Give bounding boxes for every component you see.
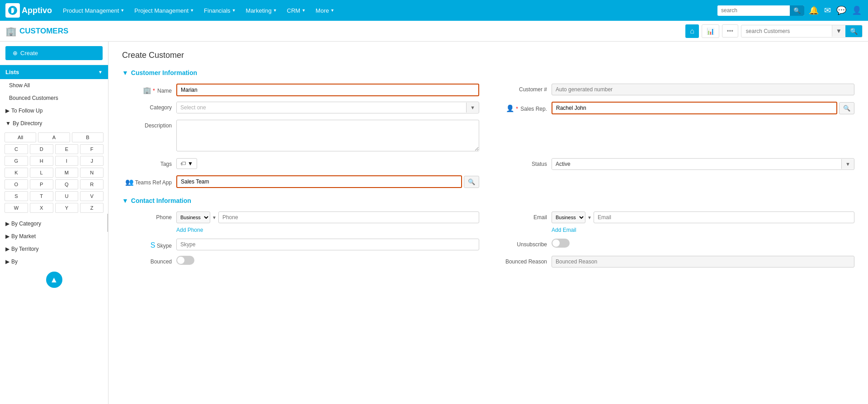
bounced-reason-input[interactable] (552, 256, 854, 268)
sales-rep-search-button[interactable]: 🔍 (839, 102, 854, 114)
sidebar-group-by[interactable]: ▶ By (0, 255, 108, 268)
phone-field: Business Home Mobile ▼ (176, 211, 479, 223)
teams-ref-input[interactable] (176, 175, 462, 188)
dir-btn-all[interactable]: All (5, 132, 36, 142)
description-textarea[interactable] (176, 120, 479, 151)
sidebar-item-bounced[interactable]: Bounced Customers (0, 92, 108, 104)
nav-financials[interactable]: Financials ▼ (200, 7, 239, 14)
mail-icon[interactable]: ✉ (823, 5, 832, 16)
phone-input[interactable] (218, 211, 479, 223)
sidebar-group-by-market[interactable]: ▶ By Market (0, 230, 108, 243)
dir-btn-k[interactable]: K (5, 168, 28, 178)
dir-btn-s[interactable]: S (5, 191, 28, 201)
name-input[interactable] (176, 84, 479, 96)
customer-search-input[interactable] (741, 26, 832, 37)
sidebar-item-show-all[interactable]: Show All (0, 79, 108, 92)
dir-btn-t[interactable]: T (30, 191, 53, 201)
nav-product-management[interactable]: Product Management ▼ (59, 7, 128, 14)
bounced-toggle[interactable] (176, 256, 194, 265)
logo-text: Apptivo (22, 6, 52, 15)
skype-input[interactable] (176, 239, 479, 250)
dir-btn-m[interactable]: M (55, 168, 79, 178)
customer-search-button[interactable]: 🔍 (845, 25, 862, 37)
dir-btn-w[interactable]: W (5, 203, 28, 213)
scroll-top-button[interactable]: ▲ (46, 272, 62, 288)
dir-btn-d[interactable]: D (30, 144, 53, 154)
dir-btn-j[interactable]: J (80, 156, 104, 166)
email-type-select[interactable]: Business Personal (552, 211, 585, 223)
dir-btn-e[interactable]: E (55, 144, 79, 154)
category-dropdown-arrow[interactable]: ▼ (466, 103, 479, 113)
dir-btn-r[interactable]: R (80, 179, 104, 189)
email-input[interactable] (594, 211, 854, 223)
contact-info-header[interactable]: ▼ Contact Information (122, 197, 854, 204)
phone-type-select[interactable]: Business Home Mobile (176, 211, 210, 223)
dir-btn-h[interactable]: H (30, 156, 53, 166)
nav-crm[interactable]: CRM ▼ (283, 7, 310, 14)
status-label: Status (497, 158, 547, 167)
sidebar-group-to-follow-up[interactable]: ▶ To Follow Up (0, 104, 108, 117)
by-arrow-icon: ▶ (5, 258, 9, 265)
dir-btn-v[interactable]: V (80, 191, 104, 201)
sidebar-group-by-directory[interactable]: ▼ By Directory (0, 117, 108, 130)
dir-btn-p[interactable]: P (30, 179, 53, 189)
add-email-link[interactable]: Add Email (552, 227, 576, 233)
chat-icon[interactable]: 💬 (835, 5, 847, 16)
category-select-wrap: Select one ▼ (176, 102, 479, 113)
directory-grid: All A B C D E F G H I J K L M N (0, 130, 108, 217)
by-directory-arrow-icon: ▼ (5, 120, 11, 127)
create-button[interactable]: ⊕ Create (5, 46, 103, 60)
notification-icon[interactable]: 🔔 (808, 5, 820, 16)
nav-project-management[interactable]: Project Management ▼ (131, 7, 198, 14)
add-email-wrap: Add Email (497, 225, 854, 233)
more-options-button[interactable]: ••• (722, 24, 738, 38)
user-avatar[interactable]: 👤 (851, 5, 863, 16)
dir-btn-z[interactable]: Z (80, 203, 104, 213)
dir-btn-f[interactable]: F (80, 144, 104, 154)
category-select[interactable]: Select one (177, 102, 466, 113)
teams-ref-search-button[interactable]: 🔍 (464, 176, 479, 188)
sidebar-collapse-handle[interactable]: ◀ (107, 214, 108, 232)
status-select[interactable]: Active Inactive (552, 159, 841, 169)
tag-icon: 🏷 (180, 160, 186, 167)
dir-btn-y[interactable]: Y (55, 203, 79, 213)
unsubscribe-toggle[interactable] (552, 239, 570, 248)
dir-btn-a[interactable]: A (38, 132, 70, 142)
dir-btn-c[interactable]: C (5, 144, 28, 154)
form-grid-1: 🏢 * Name Customer # (122, 84, 854, 96)
home-button[interactable]: ⌂ (685, 24, 699, 38)
sidebar-lists-header[interactable]: Lists ▼ (0, 65, 108, 79)
status-select-wrap: Active Inactive ▼ (552, 158, 854, 170)
nav-more[interactable]: More ▼ (312, 7, 338, 14)
dir-btn-q[interactable]: Q (55, 179, 79, 189)
customer-info-header[interactable]: ▼ Customer Information (122, 69, 854, 76)
dir-btn-u[interactable]: U (55, 191, 79, 201)
bounced-field (176, 256, 479, 265)
global-search-button[interactable]: 🔍 (790, 5, 804, 16)
customer-search-dropdown[interactable]: ▼ (832, 25, 845, 37)
dir-btn-i[interactable]: I (55, 156, 79, 166)
chart-button[interactable]: 📊 (702, 24, 719, 38)
dir-btn-b[interactable]: B (72, 132, 104, 142)
sidebar-group-by-category[interactable]: ▶ By Category (0, 217, 108, 230)
dir-btn-n[interactable]: N (80, 168, 104, 178)
page-title: Create Customer (122, 51, 854, 60)
form-grid-3: Description (122, 120, 854, 153)
nav-marketing[interactable]: Marketing ▼ (242, 7, 281, 14)
sales-rep-label: 👤 * Sales Rep. (497, 102, 547, 113)
sales-rep-input[interactable] (552, 102, 837, 114)
dir-btn-x[interactable]: X (30, 203, 53, 213)
description-field (176, 120, 479, 153)
dir-btn-l[interactable]: L (30, 168, 53, 178)
global-search-input[interactable] (717, 5, 790, 15)
dir-btn-o[interactable]: O (5, 179, 28, 189)
contact-grid-2: S Skype Unsubscribe (122, 239, 854, 250)
app-logo[interactable]: Apptivo (5, 3, 52, 18)
add-links-grid: Add Phone Add Email (122, 225, 854, 233)
add-phone-link[interactable]: Add Phone (176, 227, 203, 233)
status-dropdown-arrow[interactable]: ▼ (841, 159, 854, 169)
tags-button[interactable]: 🏷 ▼ (176, 158, 197, 169)
sidebar-group-by-territory[interactable]: ▶ By Territory (0, 243, 108, 255)
dir-btn-g[interactable]: G (5, 156, 28, 166)
customer-num-input[interactable] (552, 84, 854, 95)
